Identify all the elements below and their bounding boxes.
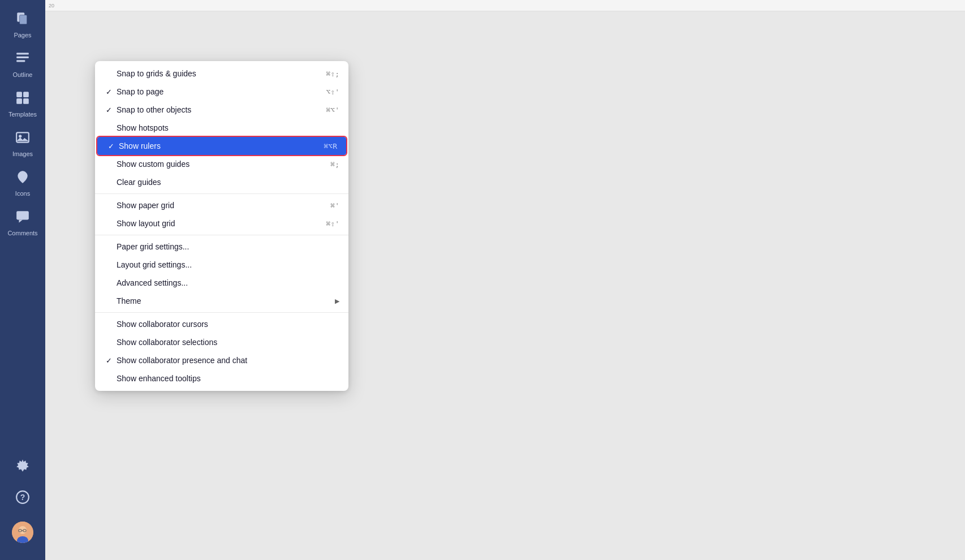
menu-item-show-rulers-label: Show rulers [119,141,161,150]
svg-rect-4 [16,60,25,62]
menu-item-snap-grids[interactable]: Snap to grids & guides ⌘⇧; [95,64,348,83]
menu-item-snap-objects-content: ✓ Snap to other objects [104,105,191,114]
sidebar-item-images-label: Images [12,150,33,157]
menu-item-collab-presence-check: ✓ [104,356,113,365]
main-area: 20 Snap to grids & guides ⌘⇧; ✓ Snap to … [45,0,965,560]
menu-item-snap-objects[interactable]: ✓ Snap to other objects ⌘⌥' [95,101,348,119]
menu-item-show-layout-grid[interactable]: Show layout grid ⌘⇧' [95,214,348,232]
pages-icon [15,11,30,29]
menu-item-theme-arrow: ▶ [335,298,339,305]
menu-item-show-paper-grid[interactable]: Show paper grid ⌘' [95,196,348,214]
menu-item-show-hotspots-label: Show hotspots [117,123,169,132]
menu-item-paper-grid-settings[interactable]: Paper grid settings... [95,238,348,256]
sidebar-item-templates-label: Templates [8,111,37,118]
svg-rect-2 [16,53,29,54]
comments-icon [15,209,30,227]
images-icon [15,130,30,148]
menu-item-collab-presence[interactable]: ✓ Show collaborator presence and chat [95,351,348,369]
sidebar-item-images[interactable]: Images [3,124,42,163]
sidebar-item-outline[interactable]: Outline [3,45,42,84]
menu-item-show-rulers[interactable]: ✓ Show rulers ⌘⌥R [97,137,346,155]
menu-item-show-rulers-content: ✓ Show rulers [106,141,161,150]
menu-item-paper-grid-settings-label: Paper grid settings... [117,242,189,251]
menu-item-layout-grid-settings-content: Layout grid settings... [104,260,192,269]
menu-item-show-custom-guides-content: Show custom guides [104,160,189,169]
menu-item-show-rulers-shortcut: ⌘⌥R [324,142,337,150]
menu-item-advanced-settings-label: Advanced settings... [117,278,188,287]
ruler-label: 20 [49,3,54,8]
menu-item-collab-cursors[interactable]: Show collaborator cursors [95,315,348,333]
menu-item-show-hotspots-content: Show hotspots [104,123,169,132]
sidebar-item-settings[interactable] [3,453,42,482]
menu-item-collab-selections-label: Show collaborator selections [117,338,217,347]
svg-rect-8 [23,98,29,104]
menu-item-show-hotspots[interactable]: Show hotspots [95,119,348,137]
sidebar-item-help[interactable]: ? [3,484,42,514]
menu-item-show-layout-grid-shortcut: ⌘⇧' [326,219,339,228]
sidebar-item-icons[interactable]: Icons [3,164,42,203]
menu-item-snap-page-content: ✓ Snap to page [104,87,163,96]
sidebar-item-icons-label: Icons [15,190,30,197]
divider-3 [95,312,348,313]
menu-item-clear-guides[interactable]: Clear guides [95,173,348,191]
menu-item-show-paper-grid-label: Show paper grid [117,201,174,210]
menu-item-collab-presence-content: ✓ Show collaborator presence and chat [104,356,247,365]
sidebar-item-outline-label: Outline [13,71,33,78]
menu-item-collab-cursors-label: Show collaborator cursors [117,320,208,329]
menu-item-show-layout-grid-content: Show layout grid [104,219,175,228]
menu-item-show-paper-grid-content: Show paper grid [104,201,174,210]
svg-text:?: ? [20,493,25,502]
menu-item-show-layout-grid-label: Show layout grid [117,219,175,228]
svg-rect-1 [20,15,27,24]
menu-item-advanced-settings[interactable]: Advanced settings... [95,274,348,292]
templates-icon [15,91,30,109]
menu-item-show-custom-guides-shortcut: ⌘; [330,160,339,169]
sidebar-item-avatar[interactable] [3,516,42,549]
menu-item-collab-selections-content: Show collaborator selections [104,338,217,347]
menu-item-show-paper-grid-shortcut: ⌘' [330,201,339,210]
menu-item-snap-grids-content: Snap to grids & guides [104,69,196,78]
avatar [12,522,33,543]
menu-item-snap-objects-label: Snap to other objects [117,105,191,114]
menu-item-collab-presence-label: Show collaborator presence and chat [117,356,247,365]
menu-item-advanced-settings-content: Advanced settings... [104,278,188,287]
svg-rect-11 [16,211,29,219]
svg-point-10 [19,135,21,137]
menu-item-snap-page-label: Snap to page [117,87,163,96]
outline-icon [15,51,30,69]
sidebar-item-pages-label: Pages [14,32,31,38]
menu-item-layout-grid-settings-label: Layout grid settings... [117,260,192,269]
menu-item-layout-grid-settings[interactable]: Layout grid settings... [95,256,348,274]
menu-item-enhanced-tooltips[interactable]: Show enhanced tooltips [95,369,348,387]
menu-item-snap-grids-label: Snap to grids & guides [117,69,196,78]
divider-2 [95,235,348,235]
svg-rect-6 [23,92,29,97]
menu-item-theme-label: Theme [117,296,141,305]
menu-item-collab-selections[interactable]: Show collaborator selections [95,333,348,351]
icons-icon [15,170,30,188]
svg-rect-5 [16,92,22,97]
sidebar-item-templates[interactable]: Templates [3,85,42,123]
sidebar-item-comments[interactable]: Comments [3,204,42,242]
sidebar-item-comments-label: Comments [7,230,37,236]
divider-1 [95,193,348,194]
sidebar: Pages Outline Templates [0,0,45,560]
menu-item-show-custom-guides[interactable]: Show custom guides ⌘; [95,155,348,173]
sidebar-bottom: ? [3,453,42,555]
help-icon: ? [15,490,30,508]
view-dropdown-menu: Snap to grids & guides ⌘⇧; ✓ Snap to pag… [95,61,348,391]
gear-icon [15,458,30,476]
menu-item-snap-grids-shortcut: ⌘⇧; [326,70,339,78]
sidebar-item-pages[interactable]: Pages [3,6,42,44]
menu-item-clear-guides-label: Clear guides [117,178,161,187]
menu-item-theme[interactable]: Theme ▶ [95,292,348,310]
menu-item-show-rulers-check: ✓ [106,142,115,150]
menu-item-snap-page[interactable]: ✓ Snap to page ⌥⇧' [95,83,348,101]
menu-item-theme-content: Theme [104,296,141,305]
menu-item-clear-guides-content: Clear guides [104,178,161,187]
menu-item-paper-grid-settings-content: Paper grid settings... [104,242,189,251]
menu-item-snap-page-check: ✓ [104,88,113,96]
svg-rect-3 [16,57,29,58]
menu-item-collab-cursors-content: Show collaborator cursors [104,320,208,329]
menu-item-enhanced-tooltips-label: Show enhanced tooltips [117,374,201,383]
